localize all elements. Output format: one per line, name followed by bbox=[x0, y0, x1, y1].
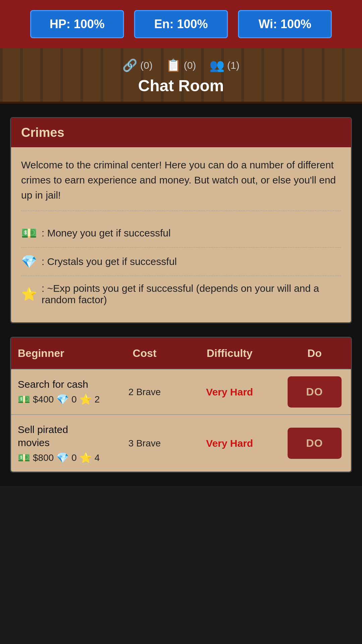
wi-stat: Wi: 100% bbox=[238, 10, 332, 38]
star-emoji-2: ⭐ bbox=[79, 452, 92, 464]
stats-bar: HP: 100% En: 100% Wi: 100% bbox=[0, 0, 362, 48]
nav-icon-link[interactable]: 🔗 (0) bbox=[122, 58, 153, 72]
star-icon: ⭐ bbox=[21, 287, 37, 302]
crime-difficulty-cell-2: Very Hard bbox=[181, 415, 278, 472]
nav-icon-clipboard[interactable]: 📋 (0) bbox=[166, 58, 196, 72]
intro-text: Welcome to the criminal center! Here you… bbox=[21, 157, 341, 211]
crime-money-1: $400 bbox=[33, 394, 54, 405]
crime-name-1: Search for cash bbox=[18, 378, 88, 391]
col-header-beginner: Beginner bbox=[11, 338, 108, 369]
hp-label: HP: bbox=[50, 17, 70, 31]
crystal-emoji-1: 💎 bbox=[56, 393, 69, 405]
col-header-cost: Cost bbox=[108, 338, 181, 369]
crime-crystals-2: 0 bbox=[71, 452, 77, 463]
users-count: (1) bbox=[227, 60, 240, 71]
nav-icons: 🔗 (0) 📋 (0) 👥 (1) bbox=[7, 58, 355, 72]
link-count: (0) bbox=[140, 60, 153, 71]
crime-cost-2: 3 Brave bbox=[128, 438, 161, 449]
info-card-header: Crimes bbox=[11, 118, 351, 147]
crystal-icon: 💎 bbox=[21, 254, 37, 269]
room-title: Chat Room bbox=[7, 76, 355, 95]
do-button-1[interactable]: DO bbox=[288, 376, 342, 408]
users-icon: 👥 bbox=[209, 58, 225, 72]
info-card-body: Welcome to the criminal center! Here you… bbox=[11, 147, 351, 322]
hp-value: 100% bbox=[74, 17, 105, 31]
reward-exp-text: : ~Exp points you get if successful (dep… bbox=[42, 283, 341, 306]
clipboard-icon: 📋 bbox=[166, 58, 181, 72]
crime-money-2: $800 bbox=[33, 452, 54, 463]
wi-label: Wi: bbox=[258, 17, 277, 31]
reward-crystals-text: : Crystals you get if successful bbox=[42, 256, 177, 267]
crime-rewards-1: 💵 $400 💎 0 ⭐ 2 bbox=[18, 393, 100, 405]
crimes-table: Beginner Cost Difficulty Do Search for c… bbox=[10, 337, 352, 473]
link-icon: 🔗 bbox=[122, 58, 137, 72]
table-row: Search for cash 💵 $400 💎 0 ⭐ 2 2 Brave V… bbox=[11, 369, 351, 414]
money-emoji-2: 💵 bbox=[18, 452, 30, 464]
crime-name-cell-2: Sell pirated movies 💵 $800 💎 0 ⭐ 4 bbox=[11, 415, 108, 472]
crime-name-2: Sell pirated movies bbox=[18, 423, 102, 449]
money-icon: 💵 bbox=[21, 226, 37, 240]
en-value: 100% bbox=[177, 17, 208, 31]
reward-crystals: 💎 : Crystals you get if successful bbox=[21, 248, 341, 276]
hp-stat: HP: 100% bbox=[30, 10, 124, 38]
en-label: En: bbox=[154, 17, 174, 31]
header-nav: 🔗 (0) 📋 (0) 👥 (1) Chat Room bbox=[0, 48, 362, 104]
table-row: Sell pirated movies 💵 $800 💎 0 ⭐ 4 3 Bra… bbox=[11, 414, 351, 472]
nav-icon-users[interactable]: 👥 (1) bbox=[209, 58, 240, 72]
crime-name-cell-1: Search for cash 💵 $400 💎 0 ⭐ 2 bbox=[11, 370, 108, 414]
reward-money: 💵 : Money you get if successful bbox=[21, 219, 341, 248]
money-emoji-1: 💵 bbox=[18, 393, 30, 405]
reward-money-text: : Money you get if successful bbox=[42, 227, 171, 239]
col-header-do: Do bbox=[278, 338, 351, 369]
main-content: Crimes Welcome to the criminal center! H… bbox=[0, 104, 362, 486]
crimes-heading: Crimes bbox=[21, 125, 341, 140]
crime-do-cell-2: DO bbox=[278, 415, 351, 472]
table-header-row: Beginner Cost Difficulty Do bbox=[11, 338, 351, 369]
crime-difficulty-2: Very Hard bbox=[206, 438, 253, 449]
crime-exp-1: 2 bbox=[95, 394, 100, 405]
crime-exp-2: 4 bbox=[95, 452, 100, 463]
crime-difficulty-1: Very Hard bbox=[206, 386, 253, 398]
col-header-difficulty: Difficulty bbox=[181, 338, 278, 369]
crime-cost-cell-2: 3 Brave bbox=[108, 415, 181, 472]
crime-difficulty-cell-1: Very Hard bbox=[181, 370, 278, 414]
info-card: Crimes Welcome to the criminal center! H… bbox=[10, 117, 352, 323]
clipboard-count: (0) bbox=[184, 60, 196, 71]
star-emoji-1: ⭐ bbox=[79, 393, 92, 405]
crime-rewards-2: 💵 $800 💎 0 ⭐ 4 bbox=[18, 452, 100, 464]
crime-do-cell-1: DO bbox=[278, 370, 351, 414]
reward-exp: ⭐ : ~Exp points you get if successful (d… bbox=[21, 276, 341, 312]
crime-cost-1: 2 Brave bbox=[128, 387, 161, 397]
en-stat: En: 100% bbox=[134, 10, 228, 38]
crime-crystals-1: 0 bbox=[71, 394, 77, 405]
crime-cost-cell-1: 2 Brave bbox=[108, 370, 181, 414]
do-button-2[interactable]: DO bbox=[288, 428, 342, 459]
crystal-emoji-2: 💎 bbox=[56, 452, 69, 464]
wi-value: 100% bbox=[281, 17, 311, 31]
